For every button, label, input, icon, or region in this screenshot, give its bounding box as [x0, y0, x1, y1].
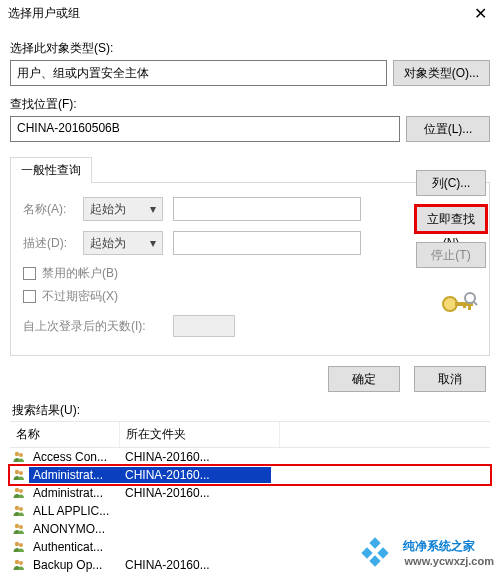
cell-name: ALL APPLIC... [29, 503, 121, 519]
disabled-accounts-checkbox[interactable] [23, 267, 36, 280]
principal-icon [12, 504, 26, 518]
cell-folder: CHINA-20160... [121, 449, 271, 465]
svg-point-18 [15, 560, 19, 564]
name-match-select[interactable]: 起始为 ▾ [83, 197, 163, 221]
name-match-text: 起始为 [90, 201, 126, 218]
svg-line-5 [473, 301, 477, 305]
title-bar: 选择用户或组 ✕ [0, 0, 500, 28]
svg-point-12 [15, 506, 19, 510]
description-input[interactable] [173, 231, 361, 255]
ok-button[interactable]: 确定 [328, 366, 400, 392]
cell-folder [121, 528, 271, 530]
svg-point-7 [19, 453, 23, 457]
cancel-button[interactable]: 取消 [414, 366, 486, 392]
svg-point-17 [19, 543, 23, 547]
watermark-text: 纯净系统之家 www.ycwxzj.com [403, 538, 494, 567]
cell-folder: CHINA-20160... [121, 557, 271, 573]
columns-button[interactable]: 列(C)... [416, 170, 486, 196]
cell-name: Access Con... [29, 449, 121, 465]
search-key-icon [440, 290, 478, 318]
description-label: 描述(D): [23, 235, 73, 252]
svg-rect-26 [377, 547, 388, 558]
column-folder[interactable]: 所在文件夹 [120, 422, 280, 447]
principal-icon [12, 558, 26, 572]
cell-folder [121, 510, 271, 512]
chevron-down-icon: ▾ [150, 236, 156, 250]
dialog-buttons: 确定 取消 [0, 356, 500, 398]
results-label: 搜索结果(U): [12, 402, 490, 419]
svg-point-6 [15, 452, 19, 456]
svg-point-13 [19, 507, 23, 511]
location-field[interactable]: CHINA-20160506B [10, 116, 400, 142]
location-label: 查找位置(F): [10, 96, 490, 113]
svg-point-16 [15, 542, 19, 546]
svg-point-9 [19, 471, 23, 475]
tab-common-queries[interactable]: 一般性查询 [10, 157, 92, 183]
chevron-down-icon: ▾ [150, 202, 156, 216]
column-name[interactable]: 名称 [10, 422, 120, 447]
svg-point-14 [15, 524, 19, 528]
watermark-url: www.ycwxzj.com [405, 555, 494, 567]
description-match-select[interactable]: 起始为 ▾ [83, 231, 163, 255]
results-header: 名称 所在文件夹 [10, 421, 490, 448]
cell-name: Administrat... [29, 467, 121, 483]
disabled-accounts-label: 禁用的帐户(B) [42, 265, 118, 282]
stop-button[interactable]: 停止(T) [416, 242, 486, 268]
name-input[interactable] [173, 197, 361, 221]
svg-point-0 [443, 297, 457, 311]
days-since-logon-label: 自上次登录后的天数(I): [23, 318, 163, 335]
svg-rect-24 [369, 537, 380, 548]
svg-point-19 [19, 561, 23, 565]
principal-icon [12, 468, 26, 482]
watermark-logo-icon [361, 537, 397, 567]
watermark-brand: 纯净系统之家 [403, 538, 494, 555]
cell-name: Backup Op... [29, 557, 121, 573]
description-match-text: 起始为 [90, 235, 126, 252]
table-row[interactable]: ANONYMO... [10, 520, 490, 538]
watermark: 纯净系统之家 www.ycwxzj.com [361, 537, 494, 567]
table-row[interactable]: Access Con...CHINA-20160... [10, 448, 490, 466]
name-label: 名称(A): [23, 201, 73, 218]
table-row[interactable]: ALL APPLIC... [10, 502, 490, 520]
svg-point-15 [19, 525, 23, 529]
days-since-logon-input[interactable] [173, 315, 235, 337]
find-now-button[interactable]: 立即查找(N) [416, 206, 486, 232]
principal-icon [12, 486, 26, 500]
nonexpiring-password-label: 不过期密码(X) [42, 288, 118, 305]
principal-icon [12, 540, 26, 554]
svg-point-8 [15, 470, 19, 474]
principal-icon [12, 522, 26, 536]
cell-name: Authenticat... [29, 539, 121, 555]
svg-rect-27 [369, 555, 380, 566]
window-title: 选择用户或组 [8, 5, 468, 22]
svg-rect-3 [463, 302, 466, 308]
table-row[interactable]: Administrat...CHINA-20160... [10, 466, 490, 484]
object-types-button[interactable]: 对象类型(O)... [393, 60, 490, 86]
svg-point-11 [19, 489, 23, 493]
cell-folder: CHINA-20160... [121, 485, 271, 501]
table-row[interactable]: Administrat...CHINA-20160... [10, 484, 490, 502]
cell-folder [121, 546, 271, 548]
dialog-content: 选择此对象类型(S): 用户、组或内置安全主体 对象类型(O)... 查找位置(… [0, 28, 500, 356]
svg-rect-25 [361, 547, 372, 558]
principal-icon [12, 450, 26, 464]
object-type-label: 选择此对象类型(S): [10, 40, 490, 57]
close-icon[interactable]: ✕ [468, 4, 492, 23]
svg-point-10 [15, 488, 19, 492]
locations-button[interactable]: 位置(L)... [406, 116, 490, 142]
object-type-field[interactable]: 用户、组或内置安全主体 [10, 60, 387, 86]
cell-folder: CHINA-20160... [121, 467, 271, 483]
cell-name: ANONYMO... [29, 521, 121, 537]
cell-name: Administrat... [29, 485, 121, 501]
nonexpiring-password-checkbox[interactable] [23, 290, 36, 303]
